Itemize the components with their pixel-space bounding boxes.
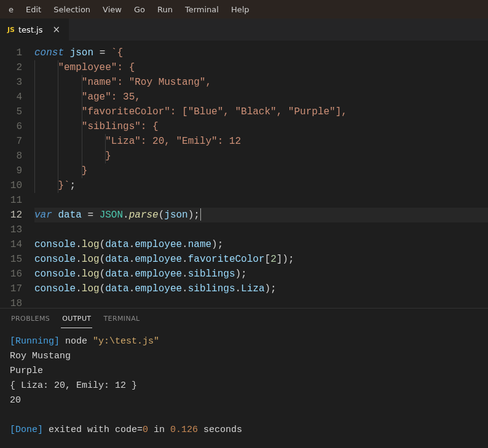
menu-view[interactable]: View — [96, 2, 128, 17]
line-number: 4 — [6, 90, 22, 104]
line-number: 2 — [6, 60, 22, 75]
line-number: 11 — [6, 193, 22, 208]
output-line — [10, 408, 478, 423]
code-line[interactable]: "siblings": { — [34, 119, 488, 134]
line-number: 5 — [6, 104, 22, 119]
menu-bar: eEditSelectionViewGoRunTerminalHelp — [0, 0, 488, 18]
panel-tab-problems[interactable]: PROBLEMS — [10, 312, 51, 328]
menu-run[interactable]: Run — [151, 2, 179, 17]
code-line[interactable]: }`; — [34, 178, 488, 193]
code-line[interactable] — [34, 193, 488, 208]
code-line[interactable]: var data = JSON.parse(json); — [34, 208, 488, 222]
line-number: 8 — [6, 149, 22, 163]
bottom-panel: PROBLEMSOUTPUTTERMINAL [Running] node "y… — [0, 308, 488, 448]
output-line: Purple — [10, 364, 478, 379]
text-cursor — [200, 208, 201, 221]
code-line[interactable]: } — [34, 163, 488, 178]
code-line[interactable]: console.log(data.employee.siblings); — [34, 267, 488, 281]
js-file-icon: JS — [7, 26, 15, 34]
code-line[interactable]: "Liza": 20, "Emily": 12 — [34, 134, 488, 149]
menu-edit[interactable]: Edit — [20, 2, 47, 17]
output-line: [Running] node "y:\test.js" — [10, 334, 478, 349]
output-panel[interactable]: [Running] node "y:\test.js"Roy MustangPu… — [0, 328, 488, 444]
menu-e[interactable]: e — [2, 2, 20, 17]
line-gutter: 123456789101112131415161718 — [0, 41, 30, 308]
line-number: 18 — [6, 296, 22, 308]
menu-terminal[interactable]: Terminal — [179, 2, 225, 17]
line-number: 9 — [6, 163, 22, 178]
tab-label: test.js — [18, 25, 42, 34]
menu-go[interactable]: Go — [128, 2, 151, 17]
line-number: 10 — [6, 178, 22, 193]
line-number: 1 — [6, 45, 22, 60]
code-line[interactable]: "age": 35, — [34, 90, 488, 104]
code-line[interactable]: "favoriteColor": ["Blue", "Black", "Purp… — [34, 104, 488, 119]
code-line[interactable]: const json = `{ — [34, 45, 488, 60]
code-line[interactable]: console.log(data.employee.favoriteColor[… — [34, 252, 488, 267]
output-line: Roy Mustang — [10, 349, 478, 364]
code-line[interactable]: console.log(data.employee.name); — [34, 237, 488, 252]
menu-selection[interactable]: Selection — [47, 2, 96, 17]
line-number: 3 — [6, 75, 22, 90]
output-line: 20 — [10, 393, 478, 408]
panel-tab-output[interactable]: OUTPUT — [61, 312, 92, 328]
line-number: 12 — [6, 208, 22, 222]
line-number: 7 — [6, 134, 22, 149]
code-line[interactable] — [34, 296, 488, 308]
line-number: 6 — [6, 119, 22, 134]
code-line[interactable]: } — [34, 149, 488, 163]
line-number: 13 — [6, 222, 22, 237]
panel-tabs: PROBLEMSOUTPUTTERMINAL — [0, 308, 488, 328]
line-number: 16 — [6, 267, 22, 281]
line-number: 15 — [6, 252, 22, 267]
line-number: 14 — [6, 237, 22, 252]
panel-tab-terminal[interactable]: TERMINAL — [102, 312, 141, 328]
output-line: [Done] exited with code=0 in 0.126 secon… — [10, 423, 478, 438]
line-number: 17 — [6, 281, 22, 296]
code-content[interactable]: const json = `{ "employee": { "name": "R… — [30, 41, 488, 308]
close-icon[interactable]: × — [50, 24, 63, 35]
output-line: { Liza: 20, Emily: 12 } — [10, 379, 478, 393]
menu-help[interactable]: Help — [225, 2, 256, 17]
editor[interactable]: 123456789101112131415161718 const json =… — [0, 41, 488, 308]
code-line[interactable]: console.log(data.employee.siblings.Liza)… — [34, 281, 488, 296]
code-line[interactable]: "employee": { — [34, 60, 488, 75]
code-line[interactable] — [34, 222, 488, 237]
code-line[interactable]: "name": "Roy Mustang", — [34, 75, 488, 90]
tab-test-js[interactable]: JS test.js × — [0, 18, 69, 41]
tab-bar: JS test.js × — [0, 18, 488, 41]
